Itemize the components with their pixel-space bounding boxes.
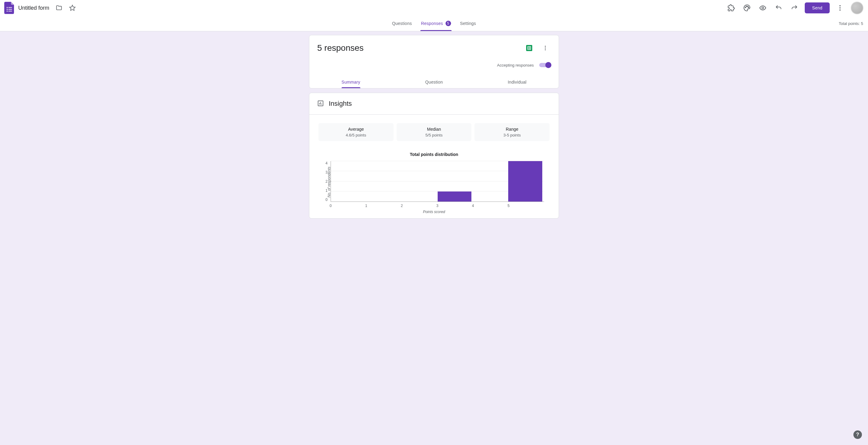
svg-point-6 bbox=[745, 7, 746, 8]
svg-point-11 bbox=[839, 5, 841, 6]
svg-rect-3 bbox=[8, 9, 12, 10]
stat-range-value: 3-5 points bbox=[477, 133, 547, 137]
move-to-folder-button[interactable] bbox=[52, 1, 66, 14]
svg-point-19 bbox=[545, 47, 546, 48]
stat-average: Average 4.6/5 points bbox=[318, 123, 394, 141]
form-title[interactable]: Untitled form bbox=[18, 5, 49, 11]
svg-rect-4 bbox=[7, 11, 8, 11]
stat-range: Range 3-5 points bbox=[474, 123, 550, 141]
chart-xtick: 2 bbox=[401, 204, 403, 208]
svg-point-20 bbox=[545, 49, 546, 50]
link-to-sheets-button[interactable] bbox=[526, 45, 532, 51]
help-icon: ? bbox=[856, 432, 859, 437]
tab-responses-label: Responses bbox=[421, 21, 443, 26]
tab-settings[interactable]: Settings bbox=[460, 16, 477, 31]
svg-rect-1 bbox=[8, 7, 12, 8]
chart-title: Total points distribution bbox=[309, 152, 559, 157]
svg-point-8 bbox=[748, 6, 748, 7]
svg-rect-2 bbox=[7, 9, 8, 10]
addons-button[interactable] bbox=[724, 1, 738, 14]
forms-logo-icon[interactable] bbox=[3, 2, 15, 14]
svg-point-13 bbox=[839, 9, 841, 11]
stat-range-label: Range bbox=[477, 127, 547, 132]
star-button[interactable] bbox=[66, 1, 79, 14]
chart-bar-slot bbox=[437, 161, 472, 201]
chart-bar-slot bbox=[366, 161, 401, 201]
stat-median: Median 5/5 points bbox=[397, 123, 472, 141]
theme-button[interactable] bbox=[740, 1, 754, 14]
subtab-summary-label: Summary bbox=[342, 80, 361, 85]
tab-settings-label: Settings bbox=[460, 21, 476, 26]
svg-rect-0 bbox=[7, 7, 8, 8]
svg-point-18 bbox=[545, 46, 546, 47]
svg-point-9 bbox=[748, 7, 749, 8]
insights-card: Insights Average 4.6/5 points Median 5/5… bbox=[309, 93, 559, 219]
stat-median-value: 5/5 points bbox=[399, 133, 469, 137]
undo-button[interactable] bbox=[772, 1, 785, 14]
chart-bar-slot bbox=[401, 161, 437, 201]
chart-ytick: 0 bbox=[326, 198, 328, 202]
send-button[interactable]: Send bbox=[805, 2, 830, 13]
subtab-question[interactable]: Question bbox=[392, 76, 475, 88]
stat-average-label: Average bbox=[321, 127, 391, 132]
total-points-label: Total points: 5 bbox=[758, 16, 868, 31]
chart-xtick: 0 bbox=[330, 204, 332, 208]
svg-point-12 bbox=[839, 7, 841, 8]
chart-xtick: 1 bbox=[365, 204, 367, 208]
insights-icon bbox=[317, 100, 324, 107]
accepting-responses-toggle[interactable] bbox=[539, 62, 551, 68]
responses-title: 5 responses bbox=[317, 43, 523, 53]
stat-median-label: Median bbox=[399, 127, 469, 132]
responses-count-badge: 5 bbox=[445, 21, 451, 26]
preview-button[interactable] bbox=[756, 1, 770, 14]
subtab-individual-label: Individual bbox=[507, 80, 526, 85]
chart-bar-slot bbox=[507, 161, 543, 201]
help-button[interactable]: ? bbox=[854, 431, 862, 439]
svg-point-7 bbox=[746, 6, 747, 7]
subtab-summary[interactable]: Summary bbox=[309, 76, 392, 88]
svg-rect-5 bbox=[8, 11, 12, 11]
svg-point-10 bbox=[762, 7, 764, 9]
responses-card: 5 responses Accepting responses bbox=[309, 35, 559, 89]
more-menu-button[interactable] bbox=[833, 1, 847, 14]
chart-bar bbox=[508, 161, 542, 201]
responses-more-menu-button[interactable] bbox=[540, 42, 551, 54]
chart-bar-slot bbox=[331, 161, 366, 201]
chart-xlabel: Points scored bbox=[309, 210, 559, 214]
stat-average-value: 4.6/5 points bbox=[321, 133, 391, 137]
chart-ytick: 4 bbox=[326, 161, 328, 165]
chart-bar bbox=[438, 191, 472, 201]
redo-button[interactable] bbox=[788, 1, 801, 14]
account-avatar[interactable] bbox=[851, 2, 863, 14]
subtab-individual[interactable]: Individual bbox=[476, 76, 559, 88]
tab-questions[interactable]: Questions bbox=[392, 16, 412, 31]
subtab-question-label: Question bbox=[425, 80, 443, 85]
accepting-responses-label: Accepting responses bbox=[497, 63, 534, 67]
chart-plot: No. of respondents 43210 bbox=[309, 157, 559, 207]
tab-responses[interactable]: Responses 5 bbox=[420, 16, 451, 31]
chart-bar-slot bbox=[472, 161, 507, 201]
chart-xtick: 4 bbox=[472, 204, 474, 208]
tab-questions-label: Questions bbox=[392, 21, 412, 26]
insights-title: Insights bbox=[329, 100, 352, 107]
chart-xtick: 3 bbox=[436, 204, 439, 208]
chart-xtick: 5 bbox=[507, 204, 510, 208]
